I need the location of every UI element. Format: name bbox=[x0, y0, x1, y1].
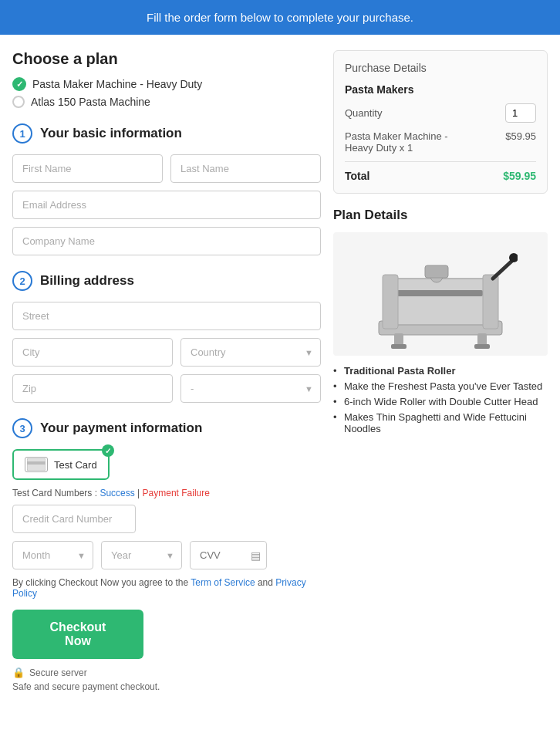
top-banner: Fill the order form below to complete yo… bbox=[0, 0, 560, 35]
terms-text: By clicking Checkout Now you agree to th… bbox=[12, 577, 321, 599]
choose-plan-title: Choose a plan bbox=[12, 50, 321, 68]
year-select[interactable]: Year bbox=[101, 541, 182, 569]
pasta-machine-svg bbox=[363, 236, 518, 352]
country-select[interactable]: Country bbox=[180, 338, 321, 367]
company-input[interactable] bbox=[12, 227, 321, 255]
pasta-makers-title: Pasta Makers bbox=[345, 83, 536, 96]
section-1-header: 1 Your basic information bbox=[12, 123, 321, 144]
month-wrapper: Month ▼ bbox=[12, 541, 93, 569]
test-card-info: Test Card Numbers : Success | Payment Fa… bbox=[12, 488, 321, 498]
plan-option-1[interactable]: Pasta Maker Machine - Heavy Duty bbox=[12, 77, 321, 91]
cc-input[interactable] bbox=[12, 505, 136, 533]
zip-input[interactable] bbox=[12, 374, 173, 403]
total-price: $59.95 bbox=[503, 170, 536, 182]
feature-item-1: Traditional Pasta Roller bbox=[333, 365, 548, 377]
test-card-label: Test Card Numbers : bbox=[12, 488, 97, 498]
svg-rect-14 bbox=[474, 344, 490, 349]
svg-rect-13 bbox=[391, 344, 407, 349]
quantity-label: Quantity bbox=[345, 107, 382, 119]
terms-link[interactable]: Term of Service bbox=[191, 577, 255, 588]
plan-details-title: Plan Details bbox=[333, 208, 548, 223]
secure-info: 🔒 Secure server bbox=[12, 667, 321, 678]
feature-item-2: Make the Freshest Pasta you've Ever Tast… bbox=[333, 380, 548, 392]
success-link[interactable]: Success bbox=[100, 488, 134, 498]
svg-line-7 bbox=[493, 259, 514, 279]
plan-2-label: Atlas 150 Pasta Machine bbox=[31, 96, 150, 108]
country-wrapper: Country ▼ bbox=[180, 338, 321, 367]
section-2-header: 2 Billing address bbox=[12, 271, 321, 291]
email-input[interactable] bbox=[12, 191, 321, 219]
credit-card-icon bbox=[27, 458, 46, 471]
plan-1-label: Pasta Maker Machine - Heavy Duty bbox=[32, 78, 202, 90]
quantity-row: Quantity bbox=[345, 103, 536, 123]
card-check-icon: ✓ bbox=[102, 444, 114, 457]
svg-rect-5 bbox=[383, 275, 398, 329]
lock-icon: 🔒 bbox=[12, 667, 25, 678]
cvv-icon: ▤ bbox=[251, 549, 261, 562]
cvv-wrapper: ▤ bbox=[190, 541, 267, 569]
section-2-label: Billing address bbox=[40, 273, 134, 289]
card-option-wrapper: Test Card ✓ bbox=[12, 449, 321, 480]
street-row bbox=[12, 302, 321, 330]
svg-rect-4 bbox=[390, 290, 483, 296]
section-3-label: Your payment information bbox=[40, 421, 202, 436]
month-select[interactable]: Month bbox=[12, 541, 93, 569]
feature-list: Traditional Pasta Roller Make the Freshe… bbox=[333, 365, 548, 434]
street-input[interactable] bbox=[12, 302, 321, 330]
right-panel: Purchase Details Pasta Makers Quantity P… bbox=[333, 50, 548, 725]
name-row bbox=[12, 154, 321, 183]
last-name-input[interactable] bbox=[170, 154, 321, 183]
plan-option-2[interactable]: Atlas 150 Pasta Machine bbox=[12, 96, 321, 108]
svg-rect-1 bbox=[27, 461, 46, 465]
plan-1-radio-selected bbox=[12, 77, 26, 91]
product-price: $59.95 bbox=[505, 130, 536, 142]
card-label: Test Card bbox=[54, 459, 97, 471]
product-name: Pasta Maker Machine - Heavy Duty x 1 bbox=[345, 130, 453, 154]
svg-rect-10 bbox=[425, 265, 448, 278]
product-row: Pasta Maker Machine - Heavy Duty x 1 $59… bbox=[345, 130, 536, 162]
banner-text: Fill the order form below to complete yo… bbox=[147, 11, 413, 24]
feature-item-3: 6-inch Wide Roller with Double Cutter He… bbox=[333, 396, 548, 407]
failure-link[interactable]: Payment Failure bbox=[143, 488, 210, 498]
purchase-details-title: Purchase Details bbox=[345, 62, 536, 74]
secure-label: Secure server bbox=[29, 667, 87, 678]
section-3-number: 3 bbox=[12, 418, 32, 438]
svg-rect-12 bbox=[477, 333, 487, 346]
svg-rect-3 bbox=[386, 279, 487, 325]
checkout-button[interactable]: Checkout Now bbox=[12, 610, 143, 659]
year-wrapper: Year ▼ bbox=[101, 541, 182, 569]
feature-item-4: Makes Thin Spaghetti and Wide Fettucini … bbox=[333, 411, 548, 434]
purchase-box: Purchase Details Pasta Makers Quantity P… bbox=[333, 50, 548, 194]
month-year-cvv-row: Month ▼ Year ▼ ▤ bbox=[12, 541, 321, 569]
state-wrapper: - ▼ bbox=[180, 374, 321, 403]
card-option[interactable]: Test Card ✓ bbox=[12, 449, 110, 480]
city-country-row: Country ▼ bbox=[12, 338, 321, 367]
safe-text: Safe and secure payment checkout. bbox=[12, 681, 321, 692]
total-row: Total $59.95 bbox=[345, 170, 536, 182]
section-1-label: Your basic information bbox=[40, 126, 182, 141]
svg-rect-6 bbox=[483, 275, 498, 329]
left-panel: Choose a plan Pasta Maker Machine - Heav… bbox=[12, 50, 321, 725]
pasta-machine-image bbox=[333, 232, 548, 356]
first-name-input[interactable] bbox=[12, 154, 163, 183]
section-1-number: 1 bbox=[12, 123, 32, 144]
total-label: Total bbox=[345, 170, 369, 182]
email-row bbox=[12, 191, 321, 219]
section-2-number: 2 bbox=[12, 271, 32, 291]
main-content: Choose a plan Pasta Maker Machine - Heav… bbox=[0, 35, 560, 740]
city-input[interactable] bbox=[12, 338, 173, 367]
plan-2-radio bbox=[12, 96, 25, 108]
zip-state-row: - ▼ bbox=[12, 374, 321, 403]
card-icon-box bbox=[25, 457, 48, 472]
section-3-header: 3 Your payment information bbox=[12, 418, 321, 438]
state-select[interactable]: - bbox=[180, 374, 321, 403]
svg-rect-11 bbox=[394, 333, 403, 346]
company-row bbox=[12, 227, 321, 255]
cc-row bbox=[12, 505, 321, 533]
quantity-input[interactable] bbox=[505, 103, 536, 123]
